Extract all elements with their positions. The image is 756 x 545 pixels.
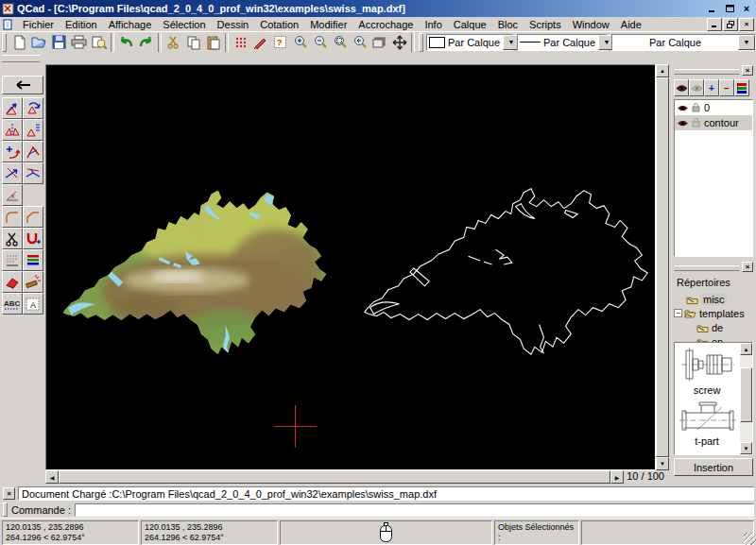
- menu-item-selection[interactable]: Sélection: [157, 18, 211, 31]
- menu-item-edition[interactable]: Edition: [60, 18, 103, 31]
- menu-item-calque[interactable]: Calque: [448, 18, 492, 31]
- edit-text-attributes-button[interactable]: [2, 249, 23, 271]
- resize-grip[interactable]: [744, 533, 756, 545]
- round-corner-button[interactable]: [2, 206, 23, 228]
- tree-item-de[interactable]: de: [674, 320, 753, 334]
- vertical-scroll-thumb[interactable]: [656, 77, 669, 457]
- canvas-vertical-scrollbar[interactable]: ▲ ▼: [656, 64, 669, 470]
- collapse-icon[interactable]: −: [674, 309, 682, 317]
- left-toolbar-handle[interactable]: [2, 55, 40, 62]
- zoom-window-button[interactable]: [330, 33, 350, 52]
- command-bar-handle[interactable]: [3, 502, 8, 517]
- library-item-tpart-drawing[interactable]: [679, 400, 737, 434]
- horizontal-scroll-thumb[interactable]: [59, 470, 610, 484]
- redraw-button[interactable]: [369, 33, 389, 52]
- mdi-minimize-button[interactable]: [707, 18, 722, 31]
- paste-button[interactable]: [203, 33, 223, 52]
- eye-icon[interactable]: [677, 104, 689, 112]
- print-button[interactable]: [69, 33, 89, 52]
- trim-two-button[interactable]: [23, 162, 43, 184]
- move-rotate-button[interactable]: [2, 141, 23, 162]
- scroll-up-icon[interactable]: ▲: [740, 343, 752, 355]
- toolbar-handle[interactable]: [2, 33, 7, 52]
- new-button[interactable]: [9, 33, 29, 52]
- scroll-up-icon[interactable]: ▲: [656, 64, 669, 77]
- show-all-layers-button[interactable]: [674, 79, 689, 96]
- layer-row[interactable]: 0: [675, 100, 752, 115]
- minimize-button[interactable]: [705, 2, 720, 15]
- menu-item-bloc[interactable]: Bloc: [492, 18, 524, 31]
- edit-layer-button[interactable]: [734, 79, 749, 96]
- mdi-close-button[interactable]: ×: [739, 18, 754, 31]
- rotate-button[interactable]: [23, 97, 43, 119]
- menu-item-window[interactable]: Window: [567, 18, 615, 31]
- menu-item-affichage[interactable]: Affichage: [103, 18, 158, 31]
- layer-row[interactable]: contour: [675, 115, 752, 130]
- library-dock-handle[interactable]: ×: [674, 262, 753, 273]
- scroll-down-icon[interactable]: ▼: [656, 457, 669, 470]
- tree-item-templates[interactable]: − templates: [674, 306, 753, 320]
- menu-item-aide[interactable]: Aide: [615, 18, 647, 31]
- zoom-out-button[interactable]: [310, 33, 330, 52]
- library-item-screw-drawing[interactable]: [680, 347, 735, 383]
- library-item-label[interactable]: t-part: [675, 435, 739, 447]
- attach-block-button[interactable]: [23, 228, 43, 249]
- menu-item-scripts[interactable]: Scripts: [524, 18, 567, 31]
- command-input[interactable]: [75, 503, 754, 517]
- scroll-right-icon[interactable]: ▶: [610, 470, 624, 484]
- menu-item-dessin[interactable]: Dessin: [212, 18, 255, 31]
- back-button[interactable]: [2, 76, 43, 94]
- edit-text-button[interactable]: A: [23, 293, 43, 315]
- bevel-button[interactable]: [23, 141, 43, 162]
- scroll-down-icon[interactable]: ▼: [740, 442, 752, 454]
- draft-mode-button[interactable]: [250, 33, 270, 52]
- library-item-label[interactable]: screw: [675, 384, 739, 396]
- close-icon[interactable]: ×: [742, 262, 753, 272]
- menu-item-cotation[interactable]: Cotation: [254, 18, 304, 31]
- close-icon[interactable]: ×: [3, 487, 15, 500]
- layer-dock-handle[interactable]: ×: [674, 65, 753, 77]
- undo-button[interactable]: [116, 33, 136, 52]
- chevron-down-icon[interactable]: ▼: [738, 35, 755, 50]
- drawing-canvas[interactable]: [45, 64, 656, 470]
- redo-button[interactable]: [136, 33, 156, 52]
- close-icon[interactable]: ×: [742, 65, 753, 76]
- grid-button[interactable]: [231, 33, 250, 52]
- zoom-auto-button[interactable]: ?: [270, 33, 290, 52]
- maximize-button[interactable]: [722, 2, 737, 15]
- eye-icon[interactable]: [677, 119, 689, 128]
- explode-button[interactable]: [23, 271, 43, 293]
- edit-attributes-button[interactable]: [23, 249, 43, 271]
- canvas-horizontal-scrollbar[interactable]: ◀ ▶: [45, 470, 624, 484]
- menu-item-modifier[interactable]: Modifier: [304, 18, 352, 31]
- scale-button[interactable]: [23, 119, 43, 141]
- insertion-button[interactable]: Insertion: [674, 458, 753, 476]
- library-scroll-thumb[interactable]: [740, 367, 752, 422]
- pan-button[interactable]: [389, 33, 409, 52]
- measure-angle-button[interactable]: x: [2, 184, 23, 206]
- menu-item-fichier[interactable]: Fichier: [17, 18, 60, 31]
- open-button[interactable]: [29, 33, 49, 52]
- pen-linetype-select[interactable]: Par Calque ▼: [611, 34, 756, 51]
- hide-all-layers-button[interactable]: [689, 79, 704, 96]
- layer-list[interactable]: 0 contour: [674, 99, 753, 257]
- close-button[interactable]: ×: [739, 2, 754, 15]
- tree-item-misc[interactable]: misc: [674, 292, 753, 306]
- pen-width-select[interactable]: Par Calque ▼: [517, 34, 608, 51]
- cut-tool-button[interactable]: [2, 228, 23, 249]
- lock-icon[interactable]: [692, 118, 700, 128]
- add-layer-button[interactable]: +: [704, 79, 719, 96]
- move-button[interactable]: [2, 97, 23, 119]
- library-preview[interactable]: screw t-part ▲ ▼: [674, 342, 753, 455]
- document-icon[interactable]: [3, 19, 13, 30]
- lock-icon[interactable]: [692, 103, 700, 112]
- zoom-in-button[interactable]: [290, 33, 310, 52]
- print-preview-button[interactable]: [89, 33, 109, 52]
- mirror-button[interactable]: [2, 119, 23, 141]
- cut-button[interactable]: [163, 33, 183, 52]
- library-scrollbar[interactable]: ▲ ▼: [740, 343, 752, 454]
- menu-item-accrochage[interactable]: Accrochage: [352, 18, 419, 31]
- remove-layer-button[interactable]: −: [719, 79, 734, 96]
- pen-color-select[interactable]: Par Calque ▼: [426, 34, 513, 51]
- copy-button[interactable]: [183, 33, 203, 52]
